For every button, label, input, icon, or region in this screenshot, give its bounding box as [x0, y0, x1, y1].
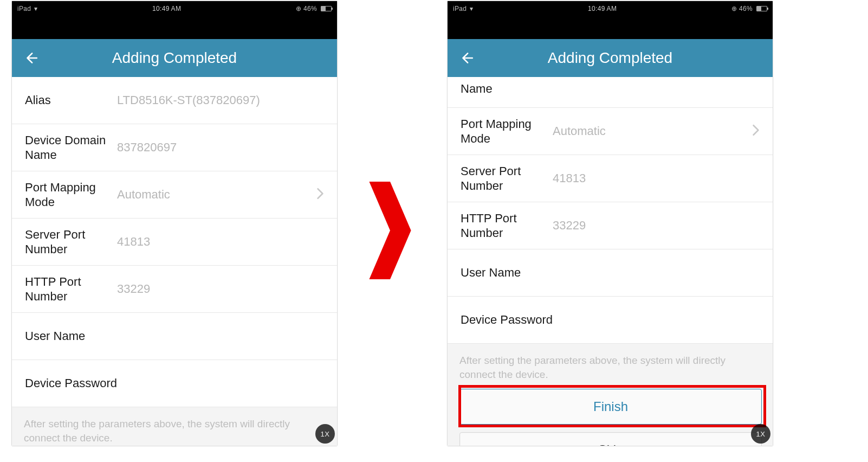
- note-area: After setting the parameters above, the …: [12, 407, 337, 446]
- note-text: After setting the parameters above, the …: [24, 417, 325, 445]
- transition-arrow-icon: [368, 182, 412, 279]
- app-header: Adding Completed: [448, 39, 773, 77]
- label-http-port: HTTP Port Number: [25, 274, 117, 304]
- content-area: Name Port Mapping Mode Automatic Server …: [448, 77, 773, 446]
- value-http-port: 33229: [553, 219, 760, 233]
- skip-button[interactable]: Skip: [459, 432, 762, 446]
- row-device-domain[interactable]: Device Domain Name 837820697: [12, 124, 337, 171]
- value-server-port: 41813: [117, 235, 324, 249]
- zoom-badge: 1X: [751, 424, 770, 444]
- statusbar-battery-pct: ⊕: [296, 5, 301, 12]
- black-strip: [12, 16, 337, 39]
- label-server-port: Server Port Number: [461, 164, 553, 194]
- label-http-port: HTTP Port Number: [461, 211, 553, 241]
- arrow-left-icon: [24, 51, 38, 65]
- statusbar-battery-text: 46%: [303, 5, 317, 12]
- zoom-badge: 1X: [315, 424, 335, 444]
- label-port-mapping: Port Mapping Mode: [461, 117, 553, 146]
- arrow-left-icon: [459, 51, 474, 65]
- page-title: Adding Completed: [481, 49, 739, 67]
- row-user-name[interactable]: User Name: [12, 313, 337, 360]
- row-device-password[interactable]: Device Password: [12, 360, 337, 407]
- row-http-port[interactable]: HTTP Port Number 33229: [448, 202, 773, 249]
- svg-marker-0: [369, 182, 411, 279]
- tablet-right: iPad ▾ 10:49 AM ⊕ 46% Adding Completed N…: [448, 1, 773, 446]
- label-port-mapping: Port Mapping Mode: [25, 180, 117, 210]
- value-port-mapping: Automatic: [117, 188, 316, 202]
- status-bar: iPad ▾ 10:49 AM ⊕ 46%: [448, 1, 773, 16]
- page-title: Adding Completed: [46, 49, 303, 67]
- statusbar-device: iPad: [17, 5, 31, 12]
- chevron-right-icon: [316, 188, 324, 202]
- row-name[interactable]: Name: [448, 77, 773, 108]
- label-alias: Alias: [25, 93, 117, 108]
- label-server-port: Server Port Number: [25, 227, 117, 257]
- row-port-mapping[interactable]: Port Mapping Mode Automatic: [448, 108, 773, 155]
- label-device-password: Device Password: [25, 376, 117, 391]
- statusbar-time: 10:49 AM: [474, 5, 731, 12]
- back-button[interactable]: [459, 51, 481, 65]
- value-port-mapping: Automatic: [553, 124, 752, 138]
- statusbar-time: 10:49 AM: [38, 5, 296, 12]
- black-strip: [448, 16, 773, 39]
- value-device-domain: 837820697: [117, 140, 324, 155]
- statusbar-battery-text: 46%: [739, 5, 753, 12]
- statusbar-device: iPad: [453, 5, 467, 12]
- app-header: Adding Completed: [12, 39, 337, 77]
- value-alias: LTD8516K-ST(837820697): [117, 93, 324, 107]
- label-name: Name: [461, 81, 553, 97]
- statusbar-right: ⊕ 46%: [731, 5, 767, 12]
- battery-icon: [321, 6, 332, 11]
- note-text: After setting the parameters above, the …: [459, 354, 761, 381]
- row-port-mapping[interactable]: Port Mapping Mode Automatic: [12, 171, 337, 219]
- tablet-left: iPad ▾ 10:49 AM ⊕ 46% Adding Completed A…: [12, 1, 337, 446]
- note-area: After setting the parameters above, the …: [448, 344, 773, 446]
- status-bar: iPad ▾ 10:49 AM ⊕ 46%: [12, 1, 337, 16]
- finish-button[interactable]: Finish: [459, 389, 762, 425]
- row-device-password[interactable]: Device Password: [448, 297, 773, 344]
- value-http-port: 33229: [117, 282, 324, 296]
- row-alias[interactable]: Alias LTD8516K-ST(837820697): [12, 77, 337, 124]
- row-http-port[interactable]: HTTP Port Number 33229: [12, 266, 337, 313]
- back-button[interactable]: [24, 51, 46, 65]
- row-server-port[interactable]: Server Port Number 41813: [448, 155, 773, 202]
- row-server-port[interactable]: Server Port Number 41813: [12, 219, 337, 266]
- label-user-name: User Name: [461, 265, 553, 280]
- statusbar-battery-pct: ⊕: [731, 5, 737, 12]
- row-user-name[interactable]: User Name: [448, 249, 773, 297]
- label-user-name: User Name: [25, 329, 117, 344]
- value-server-port: 41813: [553, 171, 760, 185]
- label-device-password: Device Password: [461, 312, 553, 328]
- chevron-right-icon: [752, 124, 760, 138]
- battery-icon: [756, 6, 767, 11]
- content-area: Alias LTD8516K-ST(837820697) Device Doma…: [12, 77, 337, 446]
- label-device-domain: Device Domain Name: [25, 133, 117, 163]
- statusbar-right: ⊕ 46%: [296, 5, 332, 12]
